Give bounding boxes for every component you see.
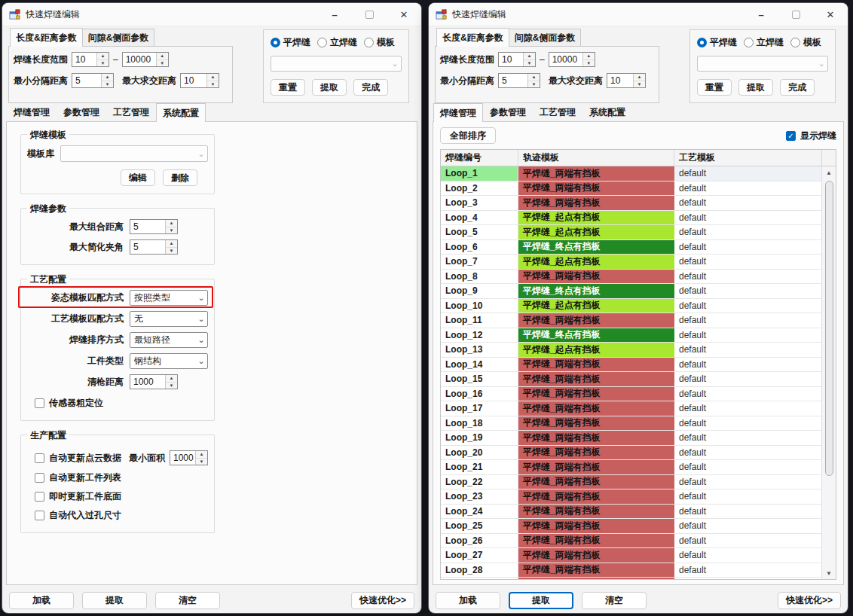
process-template-cell[interactable]: default <box>674 489 821 504</box>
seam-template-combobox[interactable]: ⌄ <box>697 56 828 72</box>
process-template-cell[interactable]: default <box>674 328 821 343</box>
seam-id-cell[interactable]: Loop_1 <box>441 166 518 181</box>
quick-optimize-button[interactable]: 快速优化>> <box>778 592 841 609</box>
table-row[interactable]: Loop_25 平焊缝_两端有挡板 default <box>441 519 821 534</box>
scroll-down-icon[interactable]: ▼ <box>822 567 836 579</box>
show-seam-checkbox[interactable]: ✓ <box>786 131 796 141</box>
spinner-icon[interactable]: ▲▼ <box>165 220 177 233</box>
seam-id-cell[interactable]: Loop_26 <box>441 534 518 548</box>
table-row[interactable]: Loop_12 平焊缝_终点有挡板 default <box>441 328 821 343</box>
track-template-cell[interactable]: 平焊缝_两端有挡板 <box>518 181 674 196</box>
radio-template[interactable]: 模板 <box>364 36 395 49</box>
max-intersection-input[interactable]: 10 ▲▼ <box>607 73 646 88</box>
min-separation-input[interactable]: 5 ▲▼ <box>498 73 540 88</box>
maximize-icon[interactable] <box>778 3 813 26</box>
process-template-cell[interactable]: default <box>674 578 821 579</box>
close-icon[interactable]: ✕ <box>813 3 848 26</box>
load-button[interactable]: 加载 <box>9 592 74 609</box>
reset-button[interactable]: 重置 <box>697 79 732 96</box>
process-template-cell[interactable]: default <box>674 196 821 210</box>
load-button[interactable]: 加载 <box>436 592 500 609</box>
seam-id-cell[interactable]: Loop_19 <box>441 431 518 445</box>
radio-icon[interactable] <box>790 38 800 47</box>
table-row[interactable]: Loop_26 平焊缝_两端有挡板 default <box>441 534 821 549</box>
process-template-cell[interactable]: default <box>674 401 821 416</box>
tab-parameter-management[interactable]: 参数管理 <box>57 103 106 122</box>
header-track-template[interactable]: 轨迹模板 <box>518 150 674 166</box>
process-template-cell[interactable]: default <box>674 460 821 474</box>
extract-button[interactable]: 提取 <box>82 592 147 609</box>
pose-match-combobox[interactable]: 按照类型 ⌄ <box>130 290 208 306</box>
track-template-cell[interactable]: 平焊缝_两端有挡板 <box>518 563 674 578</box>
process-template-cell[interactable]: default <box>674 313 821 328</box>
tab-gap-side[interactable]: 间隙&侧面参数 <box>509 29 582 47</box>
track-template-cell[interactable]: 平焊缝_两端有挡板 <box>518 358 674 372</box>
tab-process-management[interactable]: 工艺管理 <box>533 103 582 122</box>
seam-id-cell[interactable]: Loop_14 <box>441 358 518 372</box>
process-template-cell[interactable]: default <box>674 446 821 460</box>
track-template-cell[interactable]: 平焊缝_两端有挡板 <box>518 416 674 431</box>
table-row[interactable]: Loop_29 平焊缝_两端有挡板 default <box>441 578 821 579</box>
radio-vertical-seam[interactable]: 立焊缝 <box>317 36 357 49</box>
tab-length-distance[interactable]: 长度&距离参数 <box>10 28 83 47</box>
spinner-icon[interactable]: ▲▼ <box>523 53 535 66</box>
auto-hole-checkbox[interactable] <box>35 511 44 520</box>
track-template-cell[interactable]: 平焊缝_起点有挡板 <box>518 299 674 313</box>
seam-length-max-input[interactable]: 10000 ▲▼ <box>549 52 595 67</box>
header-process-template[interactable]: 工艺模板 <box>674 150 822 166</box>
radio-template[interactable]: 模板 <box>790 36 821 49</box>
tab-parameter-management[interactable]: 参数管理 <box>483 103 533 122</box>
titlebar[interactable]: 快速焊缝编辑 – ✕ <box>2 3 421 26</box>
process-template-cell[interactable]: default <box>674 534 821 548</box>
radio-icon[interactable] <box>364 38 374 47</box>
seam-length-min-input[interactable]: 10 ▲▼ <box>72 52 109 67</box>
table-row[interactable]: Loop_6 平焊缝_终点有挡板 default <box>441 240 821 255</box>
seam-id-cell[interactable]: Loop_7 <box>441 255 518 269</box>
table-row[interactable]: Loop_20 平焊缝_两端有挡板 default <box>441 446 821 461</box>
seam-id-cell[interactable]: Loop_22 <box>441 475 518 489</box>
table-row[interactable]: Loop_10 平焊缝_起点有挡板 default <box>441 299 821 314</box>
sensor-coarse-checkbox[interactable] <box>35 398 44 408</box>
edit-button[interactable]: 编辑 <box>121 169 155 186</box>
seam-id-cell[interactable]: Loop_10 <box>441 299 518 313</box>
extract-button[interactable]: 提取 <box>738 79 773 96</box>
track-template-cell[interactable]: 平焊缝_两端有挡板 <box>518 372 674 386</box>
reset-button[interactable]: 重置 <box>271 79 305 96</box>
seam-id-cell[interactable]: Loop_16 <box>441 387 518 401</box>
seam-id-cell[interactable]: Loop_27 <box>441 548 518 563</box>
table-row[interactable]: Loop_7 平焊缝_起点有挡板 default <box>441 255 821 270</box>
seam-id-cell[interactable]: Loop_23 <box>441 489 518 504</box>
radio-icon[interactable] <box>744 38 754 47</box>
clear-button[interactable]: 清空 <box>155 592 220 609</box>
track-template-cell[interactable]: 平焊缝_两端有挡板 <box>518 489 674 504</box>
table-row[interactable]: Loop_2 平焊缝_两端有挡板 default <box>441 181 821 197</box>
seam-length-min-input[interactable]: 10 ▲▼ <box>498 52 536 67</box>
spinner-icon[interactable]: ▲▼ <box>195 451 207 465</box>
table-row[interactable]: Loop_17 平焊缝_两端有挡板 default <box>441 401 821 416</box>
track-template-cell[interactable]: 平焊缝_两端有挡板 <box>518 505 674 519</box>
seam-id-cell[interactable]: Loop_25 <box>441 519 518 533</box>
table-row[interactable]: Loop_16 平焊缝_两端有挡板 default <box>441 387 821 402</box>
spinner-icon[interactable]: ▲▼ <box>527 74 540 87</box>
seam-id-cell[interactable]: Loop_4 <box>441 211 518 225</box>
track-template-cell[interactable]: 平焊缝_两端有挡板 <box>518 313 674 328</box>
tab-gap-side[interactable]: 间隙&侧面参数 <box>83 29 155 47</box>
table-row[interactable]: Loop_11 平焊缝_两端有挡板 default <box>441 313 821 328</box>
seam-id-cell[interactable]: Loop_15 <box>441 372 518 386</box>
radio-flat-seam[interactable]: 平焊缝 <box>697 36 737 49</box>
track-template-cell[interactable]: 平焊缝_两端有挡板 <box>518 270 674 284</box>
tab-system-config[interactable]: 系统配置 <box>582 103 632 122</box>
process-template-cell[interactable]: default <box>674 563 821 578</box>
process-template-cell[interactable]: default <box>674 358 821 372</box>
process-template-cell[interactable]: default <box>674 387 821 401</box>
minimize-icon[interactable]: – <box>744 3 778 26</box>
table-row[interactable]: Loop_27 平焊缝_两端有挡板 default <box>441 548 821 563</box>
track-template-cell[interactable]: 平焊缝_起点有挡板 <box>518 343 674 357</box>
min-area-input[interactable]: 1000 ▲▼ <box>170 450 208 465</box>
table-row[interactable]: Loop_3 平焊缝_两端有挡板 default <box>441 196 821 211</box>
seam-id-cell[interactable]: Loop_13 <box>441 343 518 357</box>
radio-vertical-seam[interactable]: 立焊缝 <box>744 36 784 49</box>
spinner-icon[interactable]: ▲▼ <box>96 53 109 66</box>
tab-system-config[interactable]: 系统配置 <box>156 103 206 122</box>
track-template-cell[interactable]: 平焊缝_两端有挡板 <box>518 548 674 563</box>
